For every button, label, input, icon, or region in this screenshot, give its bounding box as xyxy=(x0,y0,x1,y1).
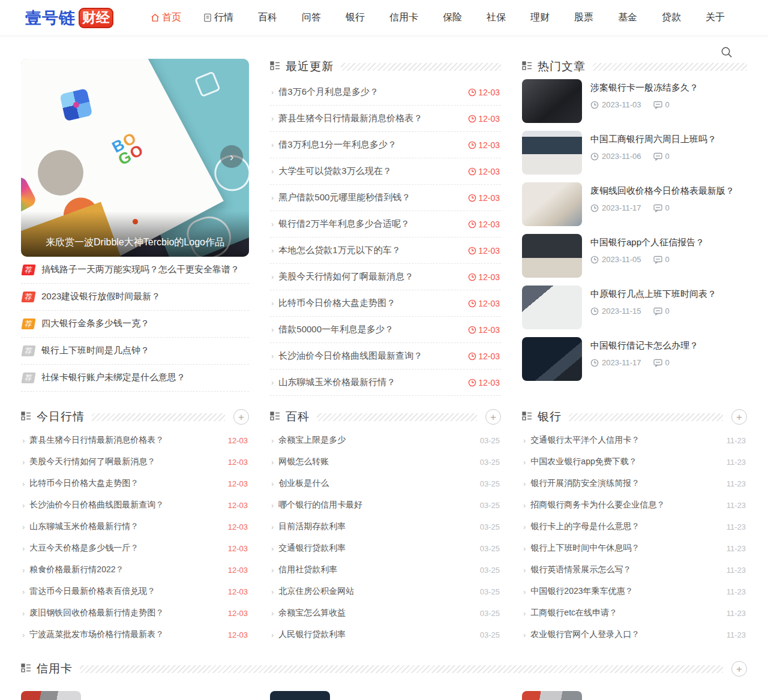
recent-item[interactable]: › 黑户借款500元哪里能秒借到钱？ 12-03 xyxy=(270,185,501,211)
nav-item[interactable]: 基金 xyxy=(616,11,637,24)
wiki-item[interactable]: › 创业板是什么 03-25 xyxy=(270,473,501,494)
carousel[interactable]: BOGO 来欣赏一波Dribble大神Tercbio的Logo作品 › xyxy=(21,59,249,257)
recent-item[interactable]: › 大学生可以贷款3万么现在？ 12-03 xyxy=(270,158,501,185)
hot-article-meta: 2023-11-15 0 xyxy=(590,307,747,316)
search-icon[interactable] xyxy=(720,46,734,62)
arrow-icon: › xyxy=(271,167,274,176)
wiki-item-date: 03-25 xyxy=(480,566,500,575)
market-item[interactable]: › 比特币今日价格大盘走势图？ 12-03 xyxy=(21,473,249,494)
more-market-button[interactable]: + xyxy=(233,409,249,425)
nav-item[interactable]: 社保 xyxy=(484,11,506,24)
credit-article-card[interactable]: 银行信用卡逾期了无力偿还怎么... xyxy=(270,691,501,700)
arrow-icon: › xyxy=(271,114,274,123)
nav-item[interactable]: 贷款 xyxy=(659,11,681,24)
market-item[interactable]: › 粮食价格最新行情2022？ 12-03 xyxy=(21,559,249,581)
nav-item[interactable]: 百科 xyxy=(256,11,277,24)
hot-article-item[interactable]: 涉案银行卡一般冻结多久？ 2023-11-03 xyxy=(522,79,747,123)
clock-icon xyxy=(468,194,476,202)
wiki-item[interactable]: › 目前活期存款利率 03-25 xyxy=(270,516,501,537)
nav-item[interactable]: 银行 xyxy=(343,11,365,24)
recommend-item[interactable]: 荐 四大银行金条多少钱一克？ xyxy=(21,311,249,338)
nav-item[interactable]: 保险 xyxy=(440,11,462,24)
market-item-title: 粮食价格最新行情2022？ xyxy=(29,564,221,575)
more-wiki-button[interactable]: + xyxy=(485,409,501,425)
hot-article-item[interactable]: 中国工商银行周六周日上班吗？ 2023-11-06 xyxy=(522,131,747,175)
carousel-next-button[interactable]: › xyxy=(220,145,243,168)
nav-item[interactable]: 信用卡 xyxy=(387,11,418,24)
wiki-item[interactable]: › 余额宝怎么算收益 03-25 xyxy=(270,602,501,624)
site-logo[interactable]: 壹号链 财经 xyxy=(25,7,113,29)
wiki-item[interactable]: › 交通银行贷款利率 03-25 xyxy=(270,537,501,559)
bank-item[interactable]: › 银行上下班时间中午休息吗？ 11-23 xyxy=(522,537,747,559)
credit-article-card[interactable]: 信用卡逾期好几年了怎么协商还... xyxy=(522,691,747,700)
market-item[interactable]: › 山东聊城玉米价格最新行情？ 12-03 xyxy=(21,516,249,537)
recent-item[interactable]: › 山东聊城玉米价格最新行情？ 12-03 xyxy=(270,369,501,396)
hot-article-item[interactable]: 中原银行几点上班下班时间表？ 2023-11-15 xyxy=(522,286,747,329)
bank-item[interactable]: › 招商银行商务卡为什么要企业信息？ 11-23 xyxy=(522,494,747,516)
recent-item[interactable]: › 长沙油价今日价格曲线图最新查询？ 12-03 xyxy=(270,343,501,369)
bank-item[interactable]: › 银行卡上的字母是什么意思？ 11-23 xyxy=(522,516,747,537)
recommend-item[interactable]: 荐 搞钱路子一天两万能实现吗？怎么干更安全靠谱？ xyxy=(21,257,249,284)
nav-item[interactable]: 行情 xyxy=(203,11,233,24)
market-item[interactable]: › 宁波蔬菜批发市场价格行情最新表？ 12-03 xyxy=(21,624,249,645)
more-credit-button[interactable]: + xyxy=(731,661,747,677)
recent-item[interactable]: › 借3万利息1分一年利息多少？ 12-03 xyxy=(270,132,501,158)
credit-article-card[interactable]: 信用卡逾期几天还款会影响征信... xyxy=(21,691,249,700)
recent-item[interactable]: › 借款50000一年利息是多少？ 12-03 xyxy=(270,317,501,343)
date-chip: 2023-11-05 xyxy=(590,255,641,264)
bank-item[interactable]: › 工商银行etc在线申请？ 11-23 xyxy=(522,602,747,624)
recent-item-date: 12-03 xyxy=(468,378,500,387)
nav-label: 信用卡 xyxy=(389,11,418,24)
wiki-item[interactable]: › 余额宝上限是多少 03-25 xyxy=(270,429,501,451)
wiki-item[interactable]: › 哪个银行的信用卡最好 03-25 xyxy=(270,494,501,516)
recent-item[interactable]: › 本地怎么贷款1万元以下的车？ 12-03 xyxy=(270,238,501,264)
recent-item-title: 银行借2万半年利息多少合适呢？ xyxy=(278,218,468,230)
recent-item[interactable]: › 萧县生猪今日行情最新消息价格表？ 12-03 xyxy=(270,106,501,132)
clock-icon xyxy=(468,273,476,281)
market-item[interactable]: › 大豆今天价格是多少钱一斤？ 12-03 xyxy=(21,537,249,559)
market-title: 今日行情 xyxy=(37,409,85,425)
recommend-item[interactable]: 荐 银行上下班时间是几点钟？ xyxy=(21,338,249,365)
bank-item[interactable]: › 农业银行官网个人登录入口？ 11-23 xyxy=(522,624,747,645)
hot-article-item[interactable]: 中国银行app个人征信报告？ 2023-11-05 xyxy=(522,234,747,278)
bank-item[interactable]: › 交通银行太平洋个人信用卡？ 11-23 xyxy=(522,429,747,451)
hot-article-item[interactable]: 中国银行借记卡怎么办理？ 2023-11-17 xyxy=(522,337,747,381)
recommend-item[interactable]: 荐 社保卡银行账户未绑定是什么意思？ xyxy=(21,365,249,392)
nav-item[interactable]: 理财 xyxy=(528,11,550,24)
bank-item-date: 11-23 xyxy=(727,566,746,575)
date-text: 2023-11-06 xyxy=(602,152,641,161)
wiki-item-date: 03-25 xyxy=(480,522,500,531)
wiki-item[interactable]: › 人民银行贷款利率 03-25 xyxy=(270,624,501,645)
wiki-item[interactable]: › 北京住房公积金网站 03-25 xyxy=(270,581,501,602)
nav-item[interactable]: 股票 xyxy=(572,11,593,24)
bank-item[interactable]: › 银行英语情景展示怎么写？ 11-23 xyxy=(522,559,747,581)
market-item-title: 废旧钢铁回收价格最新行情走势图？ xyxy=(29,608,221,618)
market-item[interactable]: › 废旧钢铁回收价格最新行情走势图？ 12-03 xyxy=(21,602,249,624)
market-item[interactable]: › 雷达币今日最新价格表百倍兑现？ 12-03 xyxy=(21,581,249,602)
market-item[interactable]: › 美股今天行情如何了啊最新消息？ 12-03 xyxy=(21,451,249,473)
recent-item[interactable]: › 比特币今日价格大盘走势图？ 12-03 xyxy=(270,290,501,317)
wiki-item-date: 03-25 xyxy=(480,544,500,553)
nav-item[interactable]: 首页 xyxy=(151,11,181,24)
carousel-caption[interactable]: 来欣赏一波Dribble大神Tercbio的Logo作品 xyxy=(21,211,249,257)
market-item[interactable]: › 长沙油价今日价格曲线图最新查询？ 12-03 xyxy=(21,494,249,516)
arrow-icon: › xyxy=(523,522,526,531)
recent-item[interactable]: › 借3万6个月利息是多少？ 12-03 xyxy=(270,79,501,106)
recommend-item[interactable]: 荐 2023建设银行放假时间最新？ xyxy=(21,284,249,311)
bank-item[interactable]: › 中国农业银行app免费下载？ 11-23 xyxy=(522,451,747,473)
market-item-title: 山东聊城玉米价格最新行情？ xyxy=(29,521,221,532)
market-item[interactable]: › 萧县生猪今日行情最新消息价格表？ 12-03 xyxy=(21,429,249,451)
wiki-item[interactable]: › 网银怎么转账 03-25 xyxy=(270,451,501,473)
bank-item[interactable]: › 银行开展消防安全演练简报？ 11-23 xyxy=(522,473,747,494)
recent-item[interactable]: › 银行借2万半年利息多少合适呢？ 12-03 xyxy=(270,211,501,238)
nav-item[interactable]: 关于 xyxy=(703,11,725,24)
hot-article-item[interactable]: 废铜线回收价格今日价格表最新版？ 2023-11-17 xyxy=(522,182,747,226)
more-bank-button[interactable]: + xyxy=(731,409,747,425)
credit-title: 信用卡 xyxy=(37,661,73,677)
wiki-item[interactable]: › 信用社贷款利率 03-25 xyxy=(270,559,501,581)
bank-item[interactable]: › 中国银行2023年乘车优惠？ 11-23 xyxy=(522,581,747,602)
recent-item[interactable]: › 美股今天行情如何了啊最新消息？ 12-03 xyxy=(270,264,501,290)
recommend-title: 社保卡银行账户未绑定是什么意思？ xyxy=(41,372,248,383)
date-text: 2023-11-05 xyxy=(602,255,641,264)
nav-item[interactable]: 问答 xyxy=(299,11,321,24)
